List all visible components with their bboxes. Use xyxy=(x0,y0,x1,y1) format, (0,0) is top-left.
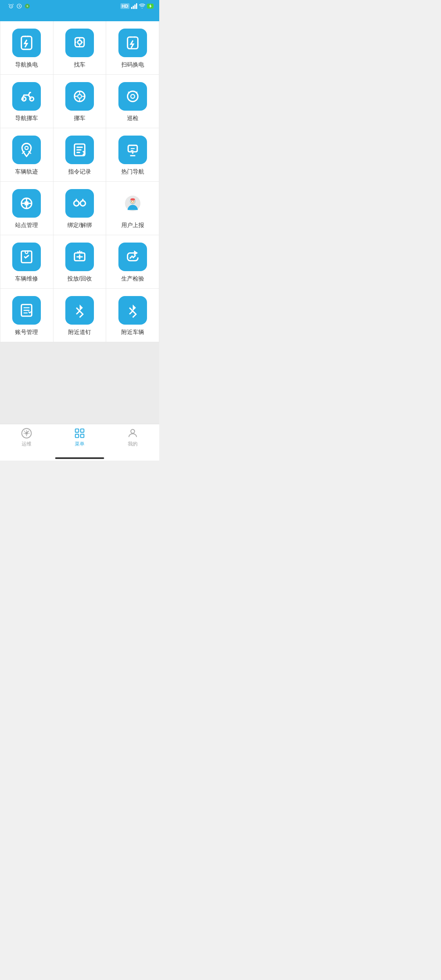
grid-label-command-log: 指令记录 xyxy=(68,168,91,176)
lightning-icon xyxy=(149,4,152,8)
grid-label-bind-unbind: 绑定/解绑 xyxy=(67,222,92,229)
production-icon xyxy=(125,249,140,265)
nav-item-mine[interactable]: 我的 xyxy=(106,428,159,448)
grid-nav-icon xyxy=(74,428,85,439)
command-icon xyxy=(72,142,87,158)
nav-scooter-icon xyxy=(19,89,34,104)
icon-wrap-deploy-recycle xyxy=(65,243,94,271)
grid-label-user-report: 用户上报 xyxy=(121,222,144,229)
account-icon xyxy=(19,303,34,318)
grid-item-user-report[interactable]: 用户上报 xyxy=(106,182,159,235)
green-icon: S xyxy=(24,3,30,9)
find-car-icon xyxy=(72,35,87,51)
grid-item-vehicle-repair[interactable]: 车辆维修 xyxy=(0,235,53,289)
signal-icon xyxy=(131,3,137,9)
svg-rect-34 xyxy=(76,434,79,437)
status-right: HD xyxy=(120,3,154,9)
svg-point-19 xyxy=(74,201,79,206)
icon-wrap-vehicle-repair xyxy=(12,243,41,271)
grid-item-bind-unbind[interactable]: 绑定/解绑 xyxy=(53,182,107,235)
icon-wrap-account-mgmt xyxy=(12,296,41,325)
svg-point-6 xyxy=(78,40,82,45)
nav-label-ops: 运维 xyxy=(22,441,31,448)
grid-label-production-check: 生产检验 xyxy=(121,275,144,283)
battery-icon xyxy=(147,4,154,9)
speedometer-nav-icon xyxy=(21,428,32,439)
svg-rect-32 xyxy=(76,429,79,432)
patrol-icon xyxy=(125,89,140,104)
bluetooth2-icon xyxy=(125,303,140,318)
grid-label-vehicle-repair: 车辆维修 xyxy=(15,275,38,283)
svg-point-13 xyxy=(131,94,135,98)
svg-point-36 xyxy=(131,430,134,433)
battery-nav-icon xyxy=(19,35,34,51)
svg-rect-27 xyxy=(130,199,135,200)
wifi-icon xyxy=(139,4,145,9)
svg-rect-33 xyxy=(80,429,84,432)
icon-wrap-nearby-vehicle xyxy=(118,296,147,325)
grid-label-deploy-recycle: 投放/回收 xyxy=(67,275,92,283)
app-header xyxy=(0,11,159,21)
grid-item-account-mgmt[interactable]: 账号管理 xyxy=(0,289,53,342)
icon-wrap-nav-move-car xyxy=(12,82,41,111)
grid-item-find-car[interactable]: 找车 xyxy=(53,21,107,75)
icon-wrap-production-check xyxy=(118,243,147,271)
grid-item-nearby-vehicle[interactable]: 附近车辆 xyxy=(106,289,159,342)
svg-point-11 xyxy=(78,94,82,98)
grid-label-nearby-vehicle: 附近车辆 xyxy=(121,329,144,336)
status-left: S xyxy=(6,3,30,9)
icon-wrap-find-car xyxy=(65,29,94,57)
icon-wrap-scan-battery-swap xyxy=(118,29,147,57)
scan-battery-icon xyxy=(125,35,140,51)
grid-item-hot-nav[interactable]: 热门导航 xyxy=(106,128,159,182)
grid-item-command-log[interactable]: 指令记录 xyxy=(53,128,107,182)
svg-rect-18 xyxy=(25,201,29,205)
grid-label-scan-battery-swap: 扫码换电 xyxy=(121,61,144,69)
hot-nav-icon xyxy=(125,142,140,158)
bind-icon xyxy=(72,196,87,211)
nav-item-menu[interactable]: 菜单 xyxy=(53,428,106,448)
status-bar: S HD xyxy=(0,0,159,11)
grid-label-nav-move-car: 导航挪车 xyxy=(15,115,38,122)
move-car-icon xyxy=(72,89,87,104)
grid-label-nearby-nail: 附近道钉 xyxy=(68,329,91,336)
grid-item-station-mgmt[interactable]: 站点管理 xyxy=(0,182,53,235)
menu-grid: 导航换电 找车 扫码换电 xyxy=(0,21,159,342)
bluetooth-icon xyxy=(72,303,87,318)
nav-label-menu: 菜单 xyxy=(75,441,85,448)
svg-rect-7 xyxy=(127,37,138,49)
grid-item-move-car[interactable]: 挪车 xyxy=(53,75,107,128)
deploy-icon xyxy=(72,249,87,265)
svg-point-24 xyxy=(131,201,132,202)
icon-wrap-station-mgmt xyxy=(12,189,41,218)
nav-item-ops[interactable]: 运维 xyxy=(0,428,53,448)
grid-label-account-mgmt: 账号管理 xyxy=(15,329,38,336)
clock-icon xyxy=(16,3,22,9)
svg-point-20 xyxy=(80,201,86,206)
grid-label-find-car: 找车 xyxy=(74,61,85,69)
icon-wrap-nav-battery-swap xyxy=(12,29,41,57)
grid-label-patrol: 巡检 xyxy=(127,115,138,122)
icon-wrap-user-report xyxy=(118,189,147,218)
grid-label-nav-battery-swap: 导航换电 xyxy=(15,61,38,69)
grid-item-nearby-nail[interactable]: 附近道钉 xyxy=(53,289,107,342)
person-nav-icon xyxy=(127,428,138,439)
icon-wrap-nearby-nail xyxy=(65,296,94,325)
grid-item-patrol[interactable]: 巡检 xyxy=(106,75,159,128)
svg-rect-35 xyxy=(80,434,84,437)
hd-badge: HD xyxy=(120,3,129,9)
grid-item-scan-battery-swap[interactable]: 扫码换电 xyxy=(106,21,159,75)
empty-area xyxy=(0,342,159,424)
grid-item-vehicle-track[interactable]: 车辆轨迹 xyxy=(0,128,53,182)
grid-item-nav-battery-swap[interactable]: 导航换电 xyxy=(0,21,53,75)
nav-label-mine: 我的 xyxy=(128,441,138,448)
grid-item-production-check[interactable]: 生产检验 xyxy=(106,235,159,289)
grid-item-deploy-recycle[interactable]: 投放/回收 xyxy=(53,235,107,289)
station-icon xyxy=(19,196,34,211)
repair-icon xyxy=(19,249,34,265)
icon-wrap-command-log xyxy=(65,136,94,164)
icon-wrap-patrol xyxy=(118,82,147,111)
grid-label-hot-nav: 热门导航 xyxy=(121,168,144,176)
grid-item-nav-move-car[interactable]: 导航挪车 xyxy=(0,75,53,128)
svg-text:S: S xyxy=(27,5,28,7)
